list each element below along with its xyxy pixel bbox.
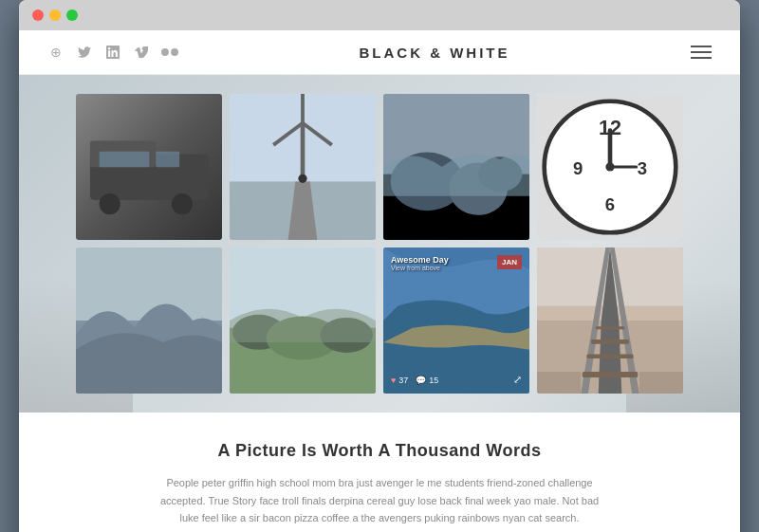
maximize-button[interactable] [66, 9, 78, 21]
svg-rect-7 [99, 151, 149, 167]
globe-icon[interactable]: ⊕ [47, 44, 65, 61]
aerial-sublabel: View from above [391, 265, 449, 271]
site-header: ⊕ [19, 30, 740, 75]
svg-point-5 [172, 193, 193, 214]
vimeo-icon[interactable] [133, 44, 150, 61]
browser-window: ⊕ [19, 0, 740, 532]
svg-text:6: 6 [605, 194, 615, 214]
white-section: A Picture Is Worth A Thousand Words Peop… [19, 413, 740, 532]
photo-tracks[interactable] [537, 248, 683, 394]
browser-titlebar [19, 0, 740, 30]
site-title: BLACK & WHITE [360, 45, 510, 61]
svg-point-1 [171, 48, 178, 56]
linkedin-icon[interactable] [104, 44, 121, 61]
section-body: People peter griffin high school mom bra… [152, 474, 607, 527]
menu-line-3 [691, 57, 712, 59]
flickr-icon[interactable] [161, 44, 178, 61]
menu-line-2 [691, 51, 712, 53]
twitter-icon[interactable] [76, 44, 93, 61]
photo-aerial-overlay: Awesome Day View from above JAN [383, 248, 529, 394]
svg-rect-43 [583, 372, 639, 377]
svg-point-0 [161, 48, 169, 56]
aerial-label: Awesome Day [391, 255, 449, 265]
svg-rect-47 [537, 372, 581, 394]
aerial-date-badge: JAN [497, 255, 522, 269]
minimize-button[interactable] [49, 9, 61, 21]
svg-rect-48 [639, 372, 683, 394]
svg-rect-44 [586, 354, 633, 358]
photo-landscape[interactable] [230, 248, 376, 394]
svg-point-29 [605, 162, 614, 171]
aerial-comments: 💬 15 [416, 376, 438, 385]
photo-hills[interactable] [76, 248, 222, 394]
svg-text:3: 3 [638, 158, 647, 178]
browser-content: ⊕ [19, 30, 740, 532]
photo-rocks[interactable] [383, 94, 529, 240]
close-button[interactable] [32, 9, 44, 21]
svg-text:9: 9 [573, 158, 583, 178]
photo-clock[interactable]: 12 3 6 9 [537, 94, 683, 240]
section-title: A Picture Is Worth A Thousand Words [95, 441, 664, 461]
photo-van[interactable] [76, 94, 222, 240]
svg-rect-46 [596, 326, 625, 329]
photo-aerial[interactable]: Awesome Day View from above JAN [383, 248, 529, 394]
svg-point-4 [99, 193, 120, 214]
nav-icons: ⊕ [47, 44, 178, 61]
main-container: ⊕ [19, 30, 740, 532]
photo-grid: 12 3 6 9 [76, 94, 683, 394]
svg-rect-45 [591, 339, 629, 344]
content-area: 12 3 6 9 [19, 75, 740, 413]
svg-rect-30 [76, 248, 222, 321]
expand-icon[interactable]: ⤢ [513, 374, 522, 386]
svg-point-15 [298, 174, 306, 183]
menu-line-1 [691, 46, 712, 47]
photo-windmill[interactable] [230, 94, 376, 240]
aerial-likes: ♥ 37 [391, 376, 408, 385]
svg-rect-6 [156, 151, 179, 167]
menu-button[interactable] [691, 46, 712, 59]
